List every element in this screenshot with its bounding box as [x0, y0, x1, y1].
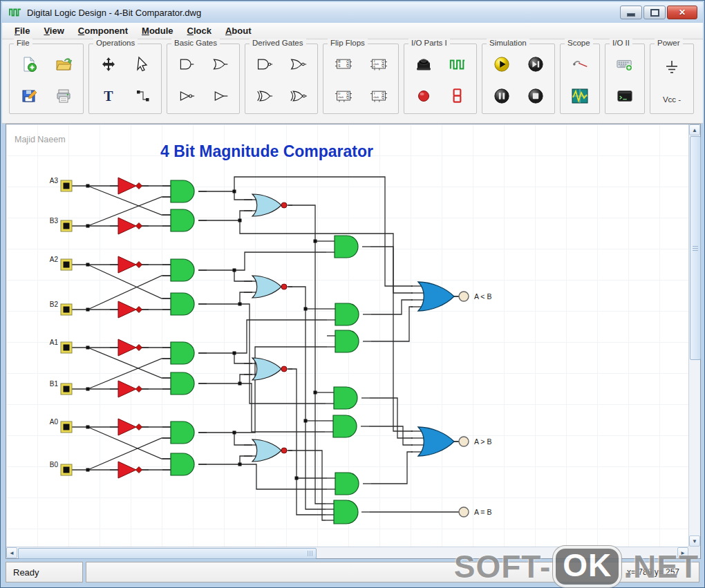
menu-clock[interactable]: Clock: [180, 23, 218, 38]
push-button-icon[interactable]: [411, 53, 436, 75]
not-gate[interactable]: [110, 218, 149, 234]
wire-tool-icon[interactable]: [130, 85, 155, 107]
print-icon[interactable]: [51, 85, 76, 107]
menu-about[interactable]: About: [218, 23, 258, 38]
seven-segment-icon[interactable]: [445, 85, 470, 107]
xnor-gate-icon[interactable]: [286, 85, 311, 107]
circuit-canvas[interactable]: A3B3A2B2A1B1A0B0A < BA > BA = BMajid Nae…: [6, 124, 688, 547]
input-pin-a1[interactable]: A1: [50, 339, 72, 353]
and2-gate[interactable]: [162, 342, 207, 364]
stop-icon[interactable]: [523, 85, 548, 107]
circuit-svg[interactable]: A3B3A2B2A1B1A0B0A < BA > BA = BMajid Nae…: [6, 124, 688, 547]
and2-gate[interactable]: [162, 293, 207, 315]
jk-flipflop-icon[interactable]: JclockKQQ: [366, 53, 391, 75]
or-gate-icon[interactable]: [208, 53, 233, 75]
app-logo-icon: [9, 8, 21, 17]
vertical-scrollbar[interactable]: ▲ ▼: [688, 124, 700, 547]
keyboard-icon[interactable]: [612, 53, 637, 75]
new-file-icon[interactable]: [17, 53, 41, 75]
open-file-icon[interactable]: [51, 53, 76, 75]
nand-gate-icon[interactable]: [252, 53, 277, 75]
led-icon[interactable]: [411, 85, 436, 107]
buffer-gate-icon[interactable]: [208, 85, 233, 107]
step-icon[interactable]: [523, 53, 548, 75]
and2-gate[interactable]: [162, 421, 207, 444]
not-gate-icon[interactable]: [174, 85, 199, 107]
vertical-scroll-thumb[interactable]: [690, 136, 701, 360]
nor2-gate[interactable]: [244, 194, 292, 216]
vcc-label[interactable]: Vcc -: [663, 95, 681, 104]
nor2-gate[interactable]: [244, 358, 292, 380]
output-led[interactable]: A < B: [459, 292, 491, 301]
toolbar-group-basic-gates: Basic Gates: [167, 44, 240, 114]
move-icon[interactable]: [96, 53, 121, 75]
scroll-up-button[interactable]: ▲: [689, 124, 700, 135]
oscilloscope-icon[interactable]: [567, 85, 592, 107]
probe-icon[interactable]: [567, 53, 592, 75]
svg-text:Q: Q: [382, 60, 384, 64]
t-flipflop-icon[interactable]: TclockQQ: [366, 85, 391, 107]
output-led[interactable]: A = B: [459, 507, 491, 517]
pause-icon[interactable]: [489, 85, 514, 107]
and2-gate[interactable]: [162, 372, 207, 395]
menu-view[interactable]: View: [37, 23, 70, 38]
input-pin-b2[interactable]: B2: [50, 301, 72, 315]
ground-icon[interactable]: [659, 57, 684, 79]
d-flipflop-icon[interactable]: DclockQQ: [331, 85, 356, 107]
title-bar[interactable]: Digital Logic Design - 4-Bit Comparator.…: [2, 2, 703, 23]
not-gate[interactable]: [110, 256, 149, 273]
not-gate[interactable]: [110, 339, 149, 356]
xor-gate-icon[interactable]: [252, 85, 277, 107]
input-pin-a2[interactable]: A2: [50, 256, 72, 270]
and2-gate[interactable]: [162, 180, 207, 202]
save-file-icon[interactable]: [17, 85, 41, 107]
input-pin-a0[interactable]: A0: [50, 418, 72, 433]
nor2-gate[interactable]: [244, 276, 292, 298]
and2-gate[interactable]: [327, 473, 371, 495]
scroll-left-button[interactable]: ◄: [6, 547, 17, 558]
and2-gate[interactable]: [326, 387, 370, 409]
rs-flipflop-icon[interactable]: RSQQ: [331, 53, 356, 75]
input-pin-a3[interactable]: A3: [50, 177, 72, 191]
text-tool-icon[interactable]: T: [96, 85, 121, 107]
nor2-gate[interactable]: [244, 439, 292, 462]
output-led[interactable]: A > B: [459, 437, 491, 446]
nor-gate-icon[interactable]: [286, 53, 311, 75]
and-gate-icon[interactable]: [174, 53, 199, 75]
output-label: A < B: [474, 292, 491, 301]
and2-gate[interactable]: [326, 236, 370, 258]
minimize-button[interactable]: [620, 6, 642, 19]
input-pin-b3[interactable]: B3: [50, 217, 72, 231]
play-icon[interactable]: [489, 53, 514, 75]
not-gate[interactable]: [110, 381, 149, 397]
menu-file[interactable]: File: [8, 23, 37, 38]
diagram-title: 4 Bit Magnitude Comparator: [160, 142, 373, 160]
and2-gate[interactable]: [162, 453, 207, 475]
and2-gate[interactable]: [162, 209, 207, 231]
close-button[interactable]: ✕: [667, 6, 697, 19]
and2-gate[interactable]: [162, 259, 207, 281]
and4-gate[interactable]: [326, 500, 370, 524]
and2-gate[interactable]: [327, 330, 371, 352]
select-cursor-icon[interactable]: [130, 53, 155, 75]
or4-gate[interactable]: [411, 427, 461, 456]
maximize-button[interactable]: [643, 6, 666, 19]
menu-component[interactable]: Component: [71, 23, 135, 38]
toolbar-group-io-parts-1: I/O Parts I: [404, 44, 477, 114]
group-label: File: [14, 39, 32, 47]
input-pin-b1[interactable]: B1: [50, 380, 72, 395]
clock-signal-icon[interactable]: [445, 53, 470, 75]
not-gate[interactable]: [110, 178, 149, 194]
and2-gate[interactable]: [325, 415, 369, 437]
horizontal-scroll-thumb[interactable]: [18, 548, 317, 559]
not-gate[interactable]: [110, 419, 149, 435]
scroll-down-button[interactable]: ▼: [689, 535, 700, 547]
not-gate[interactable]: [110, 301, 149, 318]
menu-module[interactable]: Module: [135, 23, 180, 38]
console-icon[interactable]: [612, 85, 637, 107]
not-gate[interactable]: [110, 462, 149, 478]
input-pin-b0[interactable]: B0: [50, 461, 72, 475]
or4-gate[interactable]: [411, 282, 461, 311]
toolbar-group-simulation: Simulation: [482, 44, 555, 114]
and2-gate[interactable]: [327, 303, 371, 325]
